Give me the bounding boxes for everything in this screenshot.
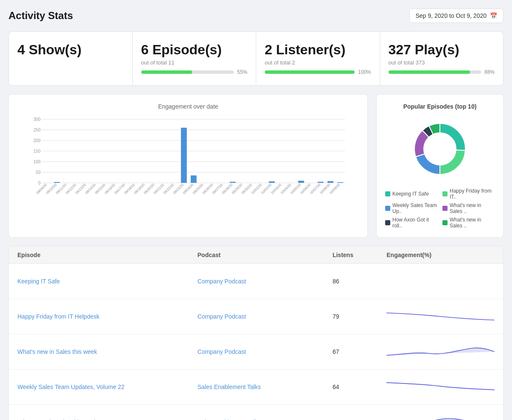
legend-item: Keeping IT Safe: [385, 188, 437, 200]
legend-label: What's new in Sales ..: [450, 202, 495, 214]
legend-label: Happy Friday from IT..: [450, 188, 495, 200]
episode-link[interactable]: Keeping IT Safe: [17, 278, 60, 285]
donut-chart-title: Popular Episodes (top 10): [385, 103, 495, 110]
svg-text:0: 0: [38, 181, 41, 185]
table-header-cell: Engagement(%): [386, 252, 495, 258]
podcast-link[interactable]: Company Podcast: [198, 313, 246, 320]
table-row: Happy Friday from IT Helpdesk Company Po…: [9, 299, 503, 334]
podcast-cell[interactable]: Company Podcast: [198, 313, 333, 320]
progress-pct: 100%: [358, 69, 371, 75]
page-header: Activity Stats Sep 9, 2020 to Oct 9, 202…: [8, 8, 504, 23]
podcast-cell[interactable]: Company Podcast: [198, 277, 333, 285]
stat-card-0: 4 Show(s): [9, 32, 132, 85]
legend-dot: [442, 206, 448, 211]
table-header-cell: Episode: [17, 252, 198, 258]
charts-section: Engagement over date 0501001502002503000…: [8, 94, 504, 238]
donut-chart-container: Popular Episodes (top 10) Keeping IT Saf…: [376, 94, 504, 238]
svg-rect-14: [54, 182, 60, 183]
svg-rect-17: [230, 182, 236, 183]
progress-bar-wrap: 55%: [141, 69, 248, 75]
legend-item: What's new in Sales ..: [442, 202, 495, 214]
podcast-link[interactable]: Company Podcast: [198, 278, 246, 285]
episode-cell[interactable]: Keeping IT Safe: [17, 277, 198, 285]
episode-table: EpisodePodcastListensEngagement(%) Keepi…: [8, 246, 504, 420]
episode-link[interactable]: What's new in Sales this week: [17, 348, 97, 355]
podcast-cell[interactable]: Sales Enablement Talks: [198, 418, 333, 420]
episode-cell[interactable]: What's new in Sales this week: [17, 348, 198, 356]
engagement-chart-cell: [386, 341, 495, 362]
legend-dot: [442, 191, 448, 196]
engagement-sparkline: [386, 376, 495, 398]
progress-pct: 55%: [237, 69, 247, 75]
table-header: EpisodePodcastListensEngagement(%): [9, 246, 503, 264]
episode-link[interactable]: Weekly Sales Team Updates, Volume 22: [17, 384, 124, 390]
listens-cell: 67: [333, 348, 386, 355]
svg-text:10/09/20: 10/09/20: [329, 183, 341, 195]
legend-dot: [385, 191, 390, 196]
listens-cell: 86: [333, 278, 386, 285]
engagement-chart-cell: [386, 271, 495, 292]
legend-label: Keeping IT Safe: [392, 191, 429, 197]
date-range-selector[interactable]: Sep 9, 2020 to Oct 9, 2020 📅: [409, 8, 504, 23]
svg-text:50: 50: [36, 170, 41, 175]
progress-bar-fill: [265, 70, 355, 74]
table-row: What's new in Sales this week Sales Enab…: [9, 405, 503, 420]
svg-rect-16: [191, 176, 197, 183]
legend-dot: [385, 220, 390, 225]
table-row: Weekly Sales Team Updates, Volume 22 Sal…: [9, 370, 503, 405]
calendar-icon: 📅: [490, 12, 497, 19]
progress-bar-bg: [265, 70, 355, 74]
svg-text:100: 100: [34, 160, 41, 164]
progress-bar-fill: [389, 70, 470, 74]
table-body: Keeping IT Safe Company Podcast 86 Happy…: [9, 264, 503, 420]
progress-bar-wrap: 88%: [389, 69, 495, 75]
stat-sub: out of total 2: [265, 59, 371, 66]
legend-label: How Axon Got it roll..: [392, 217, 437, 229]
legend-label: Weekly Sales Team Up..: [392, 202, 437, 214]
legend-dot: [385, 206, 390, 211]
listens-cell: 79: [333, 313, 386, 320]
episode-cell[interactable]: Happy Friday from IT Helpdesk: [17, 313, 198, 320]
svg-text:300: 300: [34, 117, 41, 122]
podcast-cell[interactable]: Sales Enablement Talks: [198, 383, 333, 391]
svg-rect-15: [181, 128, 187, 183]
stat-number: 2 Listener(s): [265, 42, 371, 58]
svg-text:250: 250: [34, 128, 41, 132]
svg-text:200: 200: [34, 138, 41, 143]
progress-bar-wrap: 100%: [265, 69, 371, 75]
engagement-sparkline: [386, 341, 495, 362]
stat-number: 4 Show(s): [17, 42, 124, 58]
podcast-cell[interactable]: Company Podcast: [198, 348, 333, 356]
svg-rect-22: [337, 182, 343, 183]
bar-chart-area: 05010015020025030009/09/2009/10/2009/11/…: [17, 115, 359, 208]
legend-item: Happy Friday from IT..: [442, 188, 495, 200]
stat-card-3: 327 Play(s)out of total 373 88%: [380, 32, 504, 85]
episode-cell[interactable]: Weekly Sales Team Updates, Volume 22: [17, 383, 198, 391]
page-title: Activity Stats: [8, 10, 73, 22]
progress-pct: 88%: [484, 69, 495, 75]
podcast-link[interactable]: Sales Enablement Talks: [198, 384, 261, 390]
podcast-link[interactable]: Company Podcast: [198, 348, 246, 355]
engagement-sparkline: [386, 306, 495, 327]
donut-svg-wrap: [385, 115, 495, 183]
table-row: What's new in Sales this week Company Po…: [9, 334, 503, 370]
listens-cell: 64: [333, 384, 386, 390]
svg-rect-21: [327, 181, 333, 183]
episode-link[interactable]: Happy Friday from IT Helpdesk: [17, 313, 99, 320]
engagement-chart-cell: [386, 306, 495, 327]
legend-item: Weekly Sales Team Up..: [385, 202, 437, 214]
engagement-chart-cell: [386, 376, 495, 398]
table-header-cell: Podcast: [198, 252, 333, 258]
stat-card-2: 2 Listener(s)out of total 2 100%: [256, 32, 380, 85]
progress-bar-bg: [141, 70, 234, 74]
stat-sub: out of total 11: [141, 59, 248, 66]
legend-item: How Axon Got it roll..: [385, 217, 437, 229]
svg-rect-19: [298, 181, 304, 183]
episode-cell[interactable]: What's new in Sales this week: [17, 418, 198, 420]
donut-svg: [406, 115, 474, 183]
legend-dot: [442, 220, 448, 225]
engagement-sparkline: [386, 412, 495, 420]
stats-row: 4 Show(s)6 Episode(s)out of total 11 55%…: [8, 31, 504, 86]
svg-text:150: 150: [34, 149, 41, 154]
table-header-cell: Listens: [333, 252, 386, 258]
